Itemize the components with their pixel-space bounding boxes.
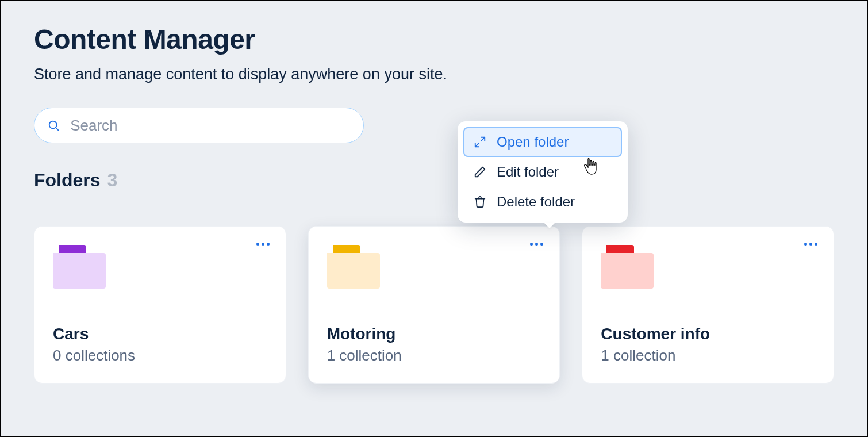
folder-context-menu: Open folder Edit folder Delete folder: [458, 121, 628, 223]
folder-card-title: Motoring: [327, 325, 541, 343]
more-options-button[interactable]: [801, 239, 821, 249]
content-manager-page: Content Manager Store and manage content…: [1, 1, 867, 384]
folder-card-cars[interactable]: Cars 0 collections: [34, 226, 286, 384]
folder-icon: [327, 245, 380, 289]
page-title: Content Manager: [34, 24, 834, 55]
menu-item-label: Delete folder: [497, 194, 575, 210]
search-input[interactable]: [70, 117, 351, 135]
search-field-wrapper[interactable]: [34, 108, 364, 143]
pencil-icon: [474, 166, 486, 178]
more-options-button[interactable]: [253, 239, 273, 249]
folder-card-title: Cars: [53, 325, 267, 343]
folder-card-title: Customer info: [601, 325, 815, 343]
svg-line-3: [475, 143, 479, 147]
svg-line-1: [56, 128, 59, 131]
folder-card-meta: 1 collection: [327, 347, 541, 365]
folder-icon: [601, 245, 654, 289]
menu-item-label: Edit folder: [497, 164, 559, 180]
menu-item-delete-folder[interactable]: Delete folder: [463, 187, 622, 217]
folders-header: Folders 3: [34, 170, 834, 206]
menu-item-label: Open folder: [497, 134, 569, 150]
folder-card-meta: 1 collection: [601, 347, 815, 365]
expand-icon: [474, 136, 486, 148]
folder-card-motoring[interactable]: Motoring 1 collection: [308, 226, 560, 384]
folders-label: Folders: [34, 170, 101, 191]
folders-count: 3: [107, 170, 118, 191]
more-options-button[interactable]: [527, 239, 547, 249]
folder-icon: [53, 245, 106, 289]
menu-item-open-folder[interactable]: Open folder: [463, 127, 622, 157]
search-icon: [47, 118, 60, 132]
trash-icon: [474, 195, 486, 208]
folder-cards-row: Cars 0 collections Motoring 1 collection: [34, 226, 834, 384]
menu-item-edit-folder[interactable]: Edit folder: [463, 157, 622, 187]
folder-card-meta: 0 collections: [53, 347, 267, 365]
page-subtitle: Store and manage content to display anyw…: [34, 66, 834, 83]
folder-card-customer-info[interactable]: Customer info 1 collection: [582, 226, 834, 384]
svg-line-2: [481, 137, 485, 141]
